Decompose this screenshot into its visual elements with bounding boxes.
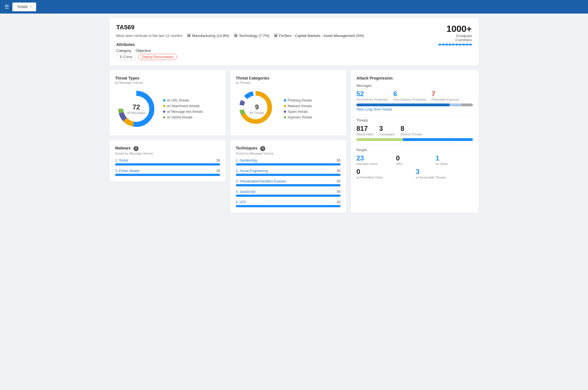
- technique-3-label[interactable]: 3. Virtualization/Sandbox Evasion: [236, 179, 286, 183]
- threat-categories-chart-wrapper: 9 All Threats Phishing threats Malware t…: [236, 88, 341, 130]
- threats-label: Threats: [356, 118, 473, 122]
- distinct-threats-metric: 8 Distinct Threats: [400, 125, 422, 136]
- pre-delivery-label: Pre-Delivery Protected: [356, 98, 388, 101]
- threat-types-num: 72: [127, 103, 145, 111]
- main-grid: Threat Types by Message Volume: [109, 70, 479, 213]
- post-delivery-num: 6: [393, 90, 426, 98]
- menu-icon[interactable]: ☰: [2, 1, 11, 12]
- topbar: ☰ TA569 ×: [0, 0, 588, 14]
- clicks-label: w/ Clicks: [436, 162, 473, 166]
- legend-message-text: w/ Message text threats: [163, 110, 203, 114]
- threat-types-center: 72 All Messages: [127, 103, 145, 114]
- building-icon-2: 🏛: [234, 33, 238, 38]
- technique-4-val: 65: [337, 190, 341, 194]
- legend-dot-url: [163, 99, 165, 102]
- threat-types-sub: by Message Volume: [115, 81, 220, 84]
- threat-categories-num: 9: [249, 103, 264, 111]
- intended-users-metric: 23 Intended Users: [356, 154, 394, 166]
- threat-categories-label: All Threats: [249, 111, 264, 114]
- legend-phishing-label: Phishing threats: [288, 98, 312, 102]
- potentially-exposed-num: 7: [431, 90, 459, 98]
- malware-2-label[interactable]: 2. Ficker Stealer: [115, 169, 140, 173]
- building-icon-3: 🏛: [274, 33, 278, 38]
- legend-impostor-label: Impostor threats: [288, 115, 312, 119]
- vertical-3-name: FinServ - Capital Markets - Asset Manage…: [279, 34, 355, 38]
- clicks-num: 1: [436, 154, 473, 162]
- threat-categories-legend: Phishing threats Malware threats Spam th…: [284, 98, 312, 119]
- topbar-tab[interactable]: TA569 ×: [12, 3, 36, 11]
- vertical-3: 🏛 FinServ - Capital Markets - Asset Mana…: [274, 33, 364, 38]
- malware-1-label[interactable]: 1. Tordal: [115, 158, 128, 162]
- header-right: 1000+ Proofpoint Customers: [438, 24, 472, 45]
- techniques-title: Techniques 5: [236, 146, 341, 151]
- customer-sub1: Proofpoint: [438, 34, 472, 38]
- vertical-2-name: Technology: [239, 34, 258, 38]
- tag-objective[interactable]: Deploy Ransomware: [138, 54, 177, 60]
- legend-spam-label: Spam threats: [288, 110, 308, 114]
- malware-item-1: 1. Tordal 38: [115, 158, 220, 166]
- intended-users-label: Intended Users: [356, 162, 394, 166]
- malware-bar-list: 1. Tordal 38 2. Ficker Stealer 38: [115, 158, 220, 176]
- malware-card: Malware 2 Sorted by Message Volume 1. To…: [109, 140, 226, 182]
- header-card: TA569 Most seen verticals in the last 12…: [109, 18, 479, 66]
- legend-hybrid-label: w/ Hybrid threats: [167, 115, 192, 119]
- threat-categories-sub: by Threats: [236, 81, 341, 84]
- technique-2-bar: [236, 174, 341, 176]
- legend-phishing: Phishing threats: [284, 98, 312, 102]
- legend-attachment-label: w/ Attachment threats: [167, 104, 199, 108]
- attr-tags: E-Crime Deploy Ransomware: [116, 54, 364, 60]
- threat-categories-card: Threat Categories by Threats: [230, 70, 346, 136]
- technique-4-label[interactable]: 4. JavaScript: [236, 190, 255, 194]
- threat-types-chart-wrapper: 72 All Messages w/ URL threats w/ Attach…: [115, 88, 220, 130]
- techniques-card: Techniques 5 Sorted by Message Volume 1.…: [230, 140, 346, 213]
- messages-bar-gray: [461, 103, 473, 106]
- messages-label: Messages: [356, 84, 473, 88]
- campaigns-metric: 3 Campaigns: [379, 125, 395, 136]
- threat-types-legend: w/ URL threats w/ Attachment threats w/ …: [163, 98, 203, 119]
- potentially-exposed-label: Potentially Exposed: [431, 98, 459, 101]
- objective-sublabel: Objective: [136, 49, 151, 53]
- tab-title: TA569: [17, 5, 27, 9]
- techniques-sub: Sorted by Message Volume: [236, 152, 341, 155]
- technique-1-val: 65: [337, 158, 341, 162]
- accessible-threats-num: 3: [416, 168, 473, 176]
- page-title: TA569: [116, 24, 364, 31]
- messages-bar: [356, 103, 473, 106]
- malware-2-val: 38: [216, 169, 220, 173]
- accessible-threats-label: w/ Accessible Threats: [416, 176, 473, 179]
- tag-category[interactable]: E-Crime: [116, 54, 136, 60]
- main-content: TA569 Most seen verticals in the last 12…: [105, 14, 483, 217]
- technique-item-4: 4. JavaScript 65: [236, 190, 341, 197]
- campaigns-num: 3: [379, 125, 395, 133]
- threat-categories-center: 9 All Threats: [249, 103, 264, 114]
- view-trends-link[interactable]: View Long-Term Trends: [356, 107, 473, 111]
- malware-title: Malware 2: [115, 146, 220, 151]
- verticals-row: Most seen verticals in the last 12 month…: [116, 33, 364, 38]
- permitted-clicks-metric: 0 w/ Permitted Clicks: [356, 168, 413, 179]
- malware-sub: Sorted by Message Volume: [115, 152, 220, 155]
- malware-badge: 2: [133, 146, 139, 151]
- threats-bar: [356, 138, 473, 141]
- vertical-1-pct: (14.9%): [216, 34, 229, 38]
- legend-url: w/ URL threats: [163, 98, 203, 102]
- threats-bar-blue: [403, 138, 473, 141]
- people-metrics-bottom: 0 w/ Permitted Clicks 3 w/ Accessible Th…: [356, 168, 473, 179]
- technique-item-5: 5. HTA 65: [236, 200, 341, 207]
- close-icon[interactable]: ×: [30, 5, 32, 9]
- technique-4-bar: [236, 195, 341, 197]
- legend-dot-malware: [284, 105, 286, 107]
- legend-spam: Spam threats: [284, 110, 312, 114]
- attributes-section: Attributes Category Objective E-Crime De…: [116, 42, 364, 60]
- legend-url-label: w/ URL threats: [167, 98, 189, 102]
- mid-column: Threat Categories by Threats: [230, 70, 346, 213]
- distinct-threats-label: Distinct Threats: [400, 133, 422, 136]
- legend-dot-hybrid: [163, 116, 165, 118]
- technique-2-label[interactable]: 2. Social Engineering: [236, 169, 268, 173]
- vertical-2-pct: (7.7%): [259, 34, 269, 38]
- legend-impostor: Impostor threats: [284, 115, 312, 119]
- technique-1-label[interactable]: 1. Geofencing: [236, 158, 257, 162]
- technique-5-label[interactable]: 5. HTA: [236, 200, 246, 204]
- divider-1: [356, 115, 473, 115]
- threats-bar-green: [356, 138, 403, 141]
- attack-index-metric: 817 Attack Index: [356, 125, 374, 136]
